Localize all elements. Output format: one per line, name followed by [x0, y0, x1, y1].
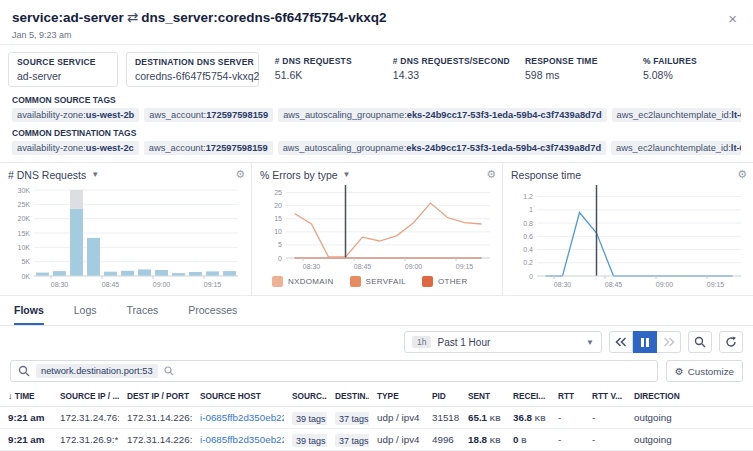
tag-pill[interactable]: aws_account:172597598159: [144, 108, 273, 122]
panel-header: service:ad-server⇄dns_server:coredns-6f6…: [0, 0, 753, 45]
svg-text:09:00: 09:00: [153, 281, 171, 288]
svg-text:0.8: 0.8: [523, 220, 533, 227]
col-source-tags[interactable]: SOURC...: [284, 386, 327, 407]
dns-requests-bar-chart[interactable]: 0K5K10K15K20K25K30K08:3008:4509:0009:15: [8, 183, 244, 289]
table-header-row: ↓ TIME SOURCE IP / ... DEST IP / PORT SO…: [0, 386, 753, 407]
svg-text:0.2: 0.2: [523, 259, 533, 266]
col-time-sortable[interactable]: ↓ TIME: [0, 386, 52, 407]
source-host-link[interactable]: i-0685ffb2d350eb223: [200, 412, 284, 423]
dest-tags-badge[interactable]: 37 tags: [335, 434, 369, 447]
dest-tags-badge[interactable]: 37 tags: [335, 412, 369, 425]
chevron-down-icon: ▼: [91, 170, 99, 179]
close-icon[interactable]: ×: [724, 9, 741, 28]
common-source-tags-section: COMMON SOURCE TAGS availability-zone:us-…: [0, 93, 753, 126]
col-dest-ip-port[interactable]: DEST IP / PORT: [119, 386, 192, 407]
time-range-select[interactable]: 1h Past 1 Hour ▼: [404, 331, 602, 353]
gear-icon[interactable]: ⚙: [737, 168, 747, 181]
magnifier-icon: [694, 336, 706, 348]
pause-button[interactable]: [633, 331, 657, 353]
search-icon: [164, 366, 174, 376]
source-tags-badge[interactable]: 39 tags: [292, 412, 327, 425]
svg-text:08:45: 08:45: [605, 281, 623, 288]
charts-row: # DNS Requests▼ ⚙ 0K5K10K15K20K25K30K08:…: [0, 162, 753, 296]
svg-text:30K: 30K: [18, 187, 31, 194]
gear-icon[interactable]: ⚙: [486, 168, 496, 181]
table-row[interactable]: 9:21 am 172.31.24.76:* 172.31.14.226:53 …: [0, 407, 753, 429]
chart-title-dropdown[interactable]: # DNS Requests▼: [8, 169, 99, 181]
stat-dns-requests-per-second: # DNS REQUESTS/SECOND 14.33: [385, 52, 509, 87]
fast-forward-button[interactable]: [657, 331, 681, 353]
col-type[interactable]: TYPE: [369, 386, 424, 407]
tag-pill[interactable]: aws_ec2launchtemplate_id:lt-0cf1c150dddb…: [611, 141, 741, 155]
tab-logs[interactable]: Logs: [74, 304, 97, 325]
col-source-host[interactable]: SOURCE HOST: [192, 386, 284, 407]
search-icon: [18, 365, 30, 377]
other-swatch: [422, 276, 433, 287]
search-filter-tag[interactable]: network.destination.port:53: [36, 364, 158, 378]
svg-text:5: 5: [278, 241, 282, 248]
col-direction[interactable]: DIRECTION: [626, 386, 753, 407]
flows-table: ↓ TIME SOURCE IP / ... DEST IP / PORT SO…: [0, 386, 753, 451]
svg-text:20K: 20K: [18, 215, 31, 222]
errors-line-chart[interactable]: 051015202508:3008:4509:0009:15: [260, 183, 496, 271]
svg-text:08:45: 08:45: [354, 263, 372, 270]
page-title: service:ad-server⇄dns_server:coredns-6f6…: [12, 9, 387, 25]
table-row[interactable]: 9:21 am 172.31.26.9:* 172.31.14.226:53 i…: [0, 429, 753, 451]
tag-pill[interactable]: aws_account:172597598159: [144, 141, 273, 155]
col-received[interactable]: RECEI...: [505, 386, 550, 407]
chart-title-dropdown[interactable]: % Errors by type▼: [260, 169, 351, 181]
svg-text:08:30: 08:30: [554, 281, 572, 288]
chart-errors-by-type: % Errors by type▼ ⚙ 051015202508:3008:45…: [251, 163, 502, 295]
zoom-button[interactable]: [688, 331, 712, 353]
svg-text:08:45: 08:45: [102, 281, 120, 288]
col-source-ip[interactable]: SOURCE IP / ...: [52, 386, 119, 407]
stat-response-time: RESPONSE TIME 598 ms: [517, 52, 627, 87]
search-row: network.destination.port:53 ⚙ Customize: [0, 357, 753, 386]
col-dest-tags[interactable]: DESTIN...: [327, 386, 369, 407]
tag-pill[interactable]: aws_ec2launchtemplate_id:lt-0cf1c150dddb…: [612, 108, 741, 122]
col-pid[interactable]: PID: [424, 386, 460, 407]
tab-flows[interactable]: Flows: [14, 304, 44, 325]
sort-descending-icon: ↓: [8, 391, 13, 401]
chevron-down-icon: ▼: [586, 338, 594, 347]
refresh-icon: [725, 336, 737, 348]
tag-pill[interactable]: availability-zone:us-west-2b: [12, 108, 139, 122]
refresh-button[interactable]: [719, 331, 743, 353]
svg-text:10: 10: [274, 228, 282, 235]
svg-text:10K: 10K: [18, 244, 31, 251]
source-tags-badge[interactable]: 39 tags: [292, 434, 327, 447]
chart-title: Response time: [511, 169, 581, 181]
response-time-line-chart[interactable]: 00.20.40.60.811.208:3008:4509:0009:15: [511, 183, 747, 289]
tag-pill[interactable]: availability-zone:us-west-2c: [12, 141, 139, 155]
time-controls: 1h Past 1 Hour ▼: [0, 326, 753, 357]
gear-icon[interactable]: ⚙: [235, 168, 245, 181]
svg-text:09:15: 09:15: [204, 281, 222, 288]
chart-legend: NXDOMAIN SERVFAIL OTHER: [260, 276, 496, 287]
svg-text:0.4: 0.4: [523, 246, 533, 253]
col-sent[interactable]: SENT: [460, 386, 505, 407]
tab-traces[interactable]: Traces: [127, 304, 159, 325]
legend-other[interactable]: OTHER: [422, 276, 468, 287]
search-input[interactable]: [180, 366, 650, 377]
legend-servfail[interactable]: SERVFAIL: [350, 276, 407, 287]
col-rtt[interactable]: RTT: [550, 386, 584, 407]
timestamp: Jan 5, 9:23 am: [12, 30, 387, 40]
search-box[interactable]: network.destination.port:53: [10, 360, 658, 382]
source-host-link[interactable]: i-0685ffb2d350eb223: [200, 434, 284, 445]
col-rtt-var[interactable]: RTT V...: [584, 386, 626, 407]
rewind-button[interactable]: [609, 331, 633, 353]
svg-text:25: 25: [274, 189, 282, 196]
tab-processes[interactable]: Processes: [188, 304, 237, 325]
tab-bar: Flows Logs Traces Processes: [0, 296, 753, 326]
tag-pill[interactable]: aws_autoscaling_groupname:eks-24b9cc17-5…: [278, 141, 606, 155]
stat-source-service: SOURCE SERVICE ad-server: [8, 52, 118, 87]
chart-dns-requests: # DNS Requests▼ ⚙ 0K5K10K15K20K25K30K08:…: [0, 163, 251, 295]
customize-button[interactable]: ⚙ Customize: [666, 360, 743, 382]
gear-icon: ⚙: [675, 366, 684, 377]
time-range-badge: 1h: [412, 336, 431, 348]
tag-pill[interactable]: aws_autoscaling_groupname:eks-24b9cc17-5…: [278, 108, 606, 122]
legend-nxdomain[interactable]: NXDOMAIN: [272, 276, 334, 287]
stats-row: SOURCE SERVICE ad-server DESTINATION DNS…: [0, 45, 753, 93]
bidirectional-arrow-icon: ⇄: [124, 10, 141, 25]
svg-text:08:30: 08:30: [303, 263, 321, 270]
